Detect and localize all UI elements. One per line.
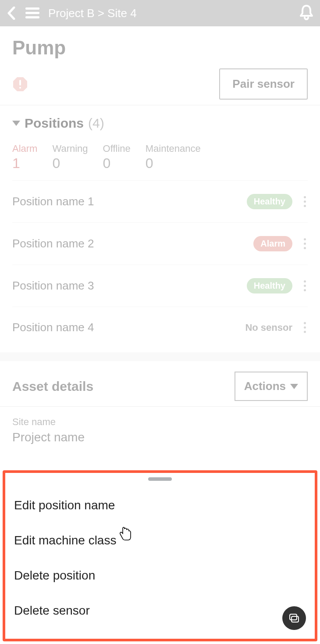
more-icon[interactable] xyxy=(302,279,308,293)
help-fab[interactable] xyxy=(282,606,306,630)
status-badge: Alarm xyxy=(253,236,292,251)
asset-details-body: Site name Project name xyxy=(0,407,320,454)
top-bar: Project B > Site 4 xyxy=(0,0,320,26)
site-name-value: Project name xyxy=(12,430,308,444)
positions-list: Position name 1 Healthy Position name 2 … xyxy=(12,180,308,348)
position-row[interactable]: Position name 1 Healthy xyxy=(12,181,308,223)
actions-label: Actions xyxy=(244,379,286,393)
svg-rect-2 xyxy=(25,16,39,18)
status-maintenance: Maintenance 0 xyxy=(146,143,201,172)
positions-count: (4) xyxy=(88,116,104,131)
sheet-delete-position[interactable]: Delete position xyxy=(11,558,309,593)
title-section: Pump Pair sensor xyxy=(0,26,320,105)
positions-header[interactable]: Positions (4) xyxy=(12,116,308,131)
svg-rect-0 xyxy=(25,7,39,10)
position-name: Position name 2 xyxy=(12,237,94,250)
site-name-label: Site name xyxy=(12,416,308,428)
actions-button[interactable]: Actions xyxy=(235,372,308,401)
sheet-handle[interactable] xyxy=(148,477,172,481)
asset-details-title: Asset details xyxy=(12,379,93,394)
more-icon[interactable] xyxy=(302,320,308,335)
sheet-delete-sensor[interactable]: Delete sensor xyxy=(11,593,309,628)
sheet-edit-machine-class[interactable]: Edit machine class xyxy=(11,523,309,558)
position-name: Position name 1 xyxy=(12,195,94,208)
positions-label: Positions xyxy=(25,116,84,131)
more-icon[interactable] xyxy=(302,194,308,209)
more-icon[interactable] xyxy=(302,236,308,251)
pair-sensor-button[interactable]: Pair sensor xyxy=(219,68,308,100)
svg-rect-1 xyxy=(25,12,39,14)
position-name: Position name 4 xyxy=(12,321,94,334)
status-badge: No sensor xyxy=(245,322,292,333)
alert-icon xyxy=(12,76,28,92)
status-offline: Offline 0 xyxy=(103,143,131,172)
positions-section: Positions (4) Alarm 1 Warning 0 Offline … xyxy=(0,105,320,352)
page-title: Pump xyxy=(12,37,308,59)
chevron-down-icon xyxy=(290,384,298,389)
status-badge: Healthy xyxy=(247,194,292,209)
status-summary: Alarm 1 Warning 0 Offline 0 Maintenance … xyxy=(12,143,308,180)
menu-icon[interactable] xyxy=(25,7,39,19)
position-row[interactable]: Position name 2 Alarm xyxy=(12,223,308,265)
sheet-edit-position-name[interactable]: Edit position name xyxy=(11,488,309,523)
divider xyxy=(0,352,320,361)
chevron-down-icon xyxy=(12,121,20,126)
svg-rect-4 xyxy=(19,80,21,86)
position-row[interactable]: Position name 4 No sensor xyxy=(12,307,308,348)
notifications-icon[interactable] xyxy=(299,4,314,22)
status-badge: Healthy xyxy=(247,278,292,293)
position-row[interactable]: Position name 3 Healthy xyxy=(12,265,308,307)
status-warning: Warning 0 xyxy=(52,143,88,172)
status-alarm: Alarm 1 xyxy=(12,143,37,172)
svg-rect-5 xyxy=(19,87,21,89)
breadcrumb[interactable]: Project B > Site 4 xyxy=(48,7,290,20)
position-name: Position name 3 xyxy=(12,279,94,293)
svg-rect-7 xyxy=(292,616,299,622)
asset-details-header: Asset details Actions xyxy=(0,361,320,406)
back-icon[interactable] xyxy=(6,7,17,20)
action-sheet: Edit position name Edit machine class De… xyxy=(3,470,317,641)
svg-rect-6 xyxy=(290,614,297,620)
